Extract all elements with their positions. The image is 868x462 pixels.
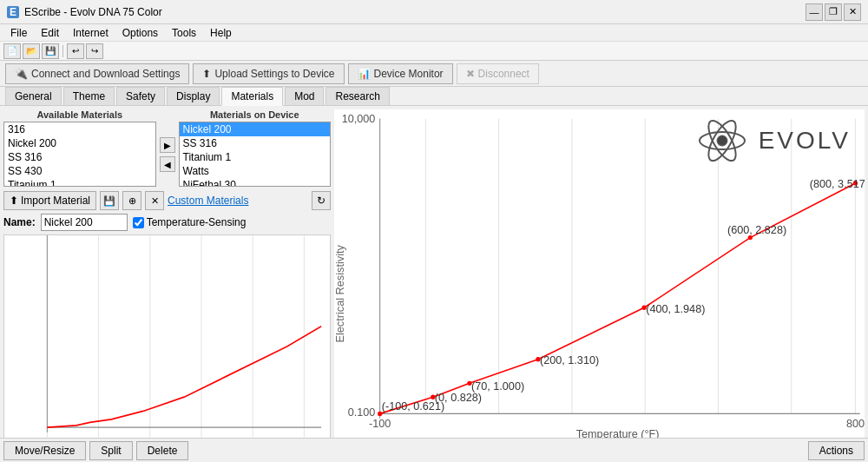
list-item[interactable]: Nickel 200 — [180, 122, 331, 136]
materials-arrows: ▶ ◀ — [156, 122, 179, 188]
split-button[interactable]: Split — [89, 441, 132, 460]
svg-text:(0, 0.828): (0, 0.828) — [435, 391, 482, 403]
minimize-button[interactable]: — — [806, 3, 823, 21]
svg-text:(200, 1.310): (200, 1.310) — [540, 354, 599, 366]
name-label: Name: — [3, 216, 36, 228]
left-chart-area — [3, 234, 331, 459]
app-icon: E — [7, 6, 19, 18]
save-material-button[interactable]: 💾 — [100, 191, 119, 210]
list-item[interactable]: Titanium 1 — [180, 150, 331, 164]
move-right-button[interactable]: ▶ — [160, 137, 175, 153]
device-monitor-button[interactable]: 📊 Device Monitor — [348, 63, 453, 84]
list-item[interactable]: Titanium 1 — [4, 178, 155, 187]
move-resize-button[interactable]: Move/Resize — [3, 441, 86, 460]
device-header: Materials on Device — [179, 109, 332, 120]
redo-button[interactable]: ↪ — [86, 43, 103, 59]
main-content: Available Materials 316 Nickel 200 SS 31… — [0, 106, 868, 462]
tab-display[interactable]: Display — [167, 87, 220, 105]
available-materials-list[interactable]: 316 Nickel 200 SS 316 SS 430 Titanium 1 … — [3, 122, 156, 187]
action-bar: 🔌 Connect and Download Settings ⬆ Upload… — [0, 61, 868, 87]
refresh-button[interactable]: ↻ — [312, 191, 331, 210]
svg-text:E: E — [10, 6, 16, 18]
upload-icon: ⬆ — [202, 68, 211, 80]
menu-tools[interactable]: Tools — [165, 25, 203, 41]
svg-point-14 — [718, 136, 727, 145]
tab-general[interactable]: General — [5, 87, 62, 105]
temp-sensing-checkbox[interactable] — [133, 217, 144, 228]
disconnect-button[interactable]: ✖ Disconnect — [457, 63, 539, 84]
actions-button[interactable]: Actions — [808, 441, 865, 460]
list-item[interactable]: NiFethal 30 — [180, 178, 331, 187]
menu-edit[interactable]: Edit — [34, 25, 66, 41]
svg-text:(70, 1.000): (70, 1.000) — [471, 380, 524, 393]
svg-text:10,000: 10,000 — [342, 113, 376, 125]
title-bar: E EScribe - Evolv DNA 75 Color — ❐ ✕ — [0, 0, 868, 24]
import-icon: ⬆ — [10, 195, 18, 207]
menu-internet[interactable]: Internet — [66, 25, 115, 41]
delete-button[interactable]: Delete — [136, 441, 189, 460]
tab-bar: General Theme Safety Display Materials M… — [0, 87, 868, 106]
move-left-button[interactable]: ◀ — [160, 156, 175, 172]
list-item[interactable]: SS 430 — [4, 164, 155, 178]
monitor-icon: 📊 — [358, 68, 371, 80]
tab-mod[interactable]: Mod — [285, 87, 324, 105]
evolv-atom-logo — [696, 115, 748, 167]
materials-toolbar: ⬆ Import Material 💾 ⊕ ✕ Custom Materials… — [3, 191, 331, 210]
custom-materials-link[interactable]: Custom Materials — [168, 195, 248, 207]
menu-options[interactable]: Options — [115, 25, 165, 41]
window-title: EScribe - Evolv DNA 75 Color — [24, 6, 162, 18]
svg-text:0.100: 0.100 — [348, 406, 376, 418]
open-button[interactable]: 📂 — [23, 43, 40, 59]
device-materials-column: Materials on Device Nickel 200 SS 316 Ti… — [179, 109, 332, 188]
list-item[interactable]: SS 316 — [180, 136, 331, 150]
available-header: Available Materials — [3, 109, 156, 120]
connect-download-button[interactable]: 🔌 Connect and Download Settings — [5, 63, 189, 84]
svg-text:Electrical Resistivity: Electrical Resistivity — [334, 244, 346, 342]
svg-text:(400, 1.948): (400, 1.948) — [646, 303, 705, 315]
add-material-button[interactable]: ⊕ — [122, 191, 141, 210]
toolbar: 📄 📂 💾 ↩ ↪ — [0, 42, 868, 61]
save-button[interactable]: 💾 — [42, 43, 59, 59]
upload-settings-button[interactable]: ⬆ Upload Settings to Device — [193, 63, 344, 84]
svg-text:-100: -100 — [369, 418, 391, 430]
available-materials-column: Available Materials 316 Nickel 200 SS 31… — [3, 109, 156, 188]
tab-materials[interactable]: Materials — [221, 87, 283, 106]
tab-safety[interactable]: Safety — [116, 87, 165, 105]
svg-text:(600, 2.828): (600, 2.828) — [727, 224, 786, 236]
logo-container: EVOLV — [696, 115, 851, 167]
import-material-button[interactable]: ⬆ Import Material — [3, 191, 96, 210]
materials-panel: Available Materials 316 Nickel 200 SS 31… — [0, 106, 334, 462]
menu-help[interactable]: Help — [203, 25, 239, 41]
name-row: Name: Temperature-Sensing — [3, 214, 331, 231]
device-materials-list[interactable]: Nickel 200 SS 316 Titanium 1 Watts NiFet… — [179, 122, 332, 187]
close-button[interactable]: ✕ — [844, 3, 861, 21]
bottom-bar: Move/Resize Split Delete Actions — [0, 438, 868, 462]
left-chart-svg — [4, 235, 330, 458]
list-item[interactable]: SS 316 — [4, 150, 155, 164]
name-input[interactable] — [41, 214, 128, 231]
svg-text:(800, 3.517): (800, 3.517) — [810, 178, 865, 190]
list-item[interactable]: Nickel 200 — [4, 136, 155, 150]
new-button[interactable]: 📄 — [3, 43, 21, 59]
menu-file[interactable]: File — [3, 25, 34, 41]
temp-sensing-label: Temperature-Sensing — [133, 216, 247, 228]
disconnect-icon: ✖ — [466, 68, 475, 80]
tab-theme[interactable]: Theme — [63, 87, 115, 105]
undo-button[interactable]: ↩ — [67, 43, 84, 59]
tab-research[interactable]: Research — [326, 87, 389, 105]
menu-bar: File Edit Internet Options Tools Help — [0, 24, 868, 42]
maximize-button[interactable]: ❐ — [825, 3, 842, 21]
toolbar-separator — [62, 45, 63, 57]
evolv-logo-text: EVOLV — [759, 127, 851, 155]
connect-icon: 🔌 — [15, 68, 28, 80]
list-item[interactable]: 316 — [4, 122, 155, 136]
list-item[interactable]: Watts — [180, 164, 331, 178]
svg-text:800: 800 — [846, 418, 865, 430]
materials-lists: Available Materials 316 Nickel 200 SS 31… — [3, 109, 331, 188]
right-panel: EVOLV Electrical Resistivity — [334, 106, 868, 462]
delete-material-button[interactable]: ✕ — [145, 191, 164, 210]
